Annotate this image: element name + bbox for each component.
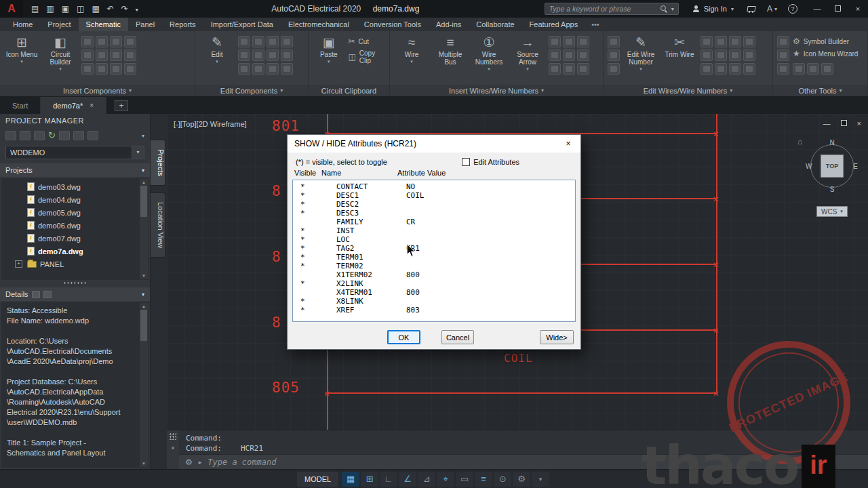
small-tool-icon[interactable] xyxy=(743,36,755,47)
attribute-row[interactable]: * INST xyxy=(293,226,575,235)
dialog-close-button[interactable]: × xyxy=(556,135,580,152)
wire-button[interactable]: ≈ Wire ▾ xyxy=(394,34,429,65)
project-list-icon[interactable] xyxy=(73,131,84,140)
group-label-edit-wires[interactable]: Edit Wires/Wire Numbers ▾ xyxy=(604,85,772,96)
small-tool-icon[interactable] xyxy=(124,49,136,61)
copy-clip-button[interactable]: ◫ Copy Clip xyxy=(348,49,385,64)
small-tool-icon[interactable] xyxy=(281,36,293,47)
small-tool-icon[interactable] xyxy=(729,36,741,47)
scrollbar-thumb[interactable] xyxy=(140,186,147,217)
ribbon-tab[interactable]: Collaborate xyxy=(469,18,521,31)
command-input[interactable]: ⚙ ▸ Type a command xyxy=(179,454,868,469)
app-store-cart-icon[interactable] xyxy=(747,5,755,13)
group-label-insert-components[interactable]: Insert Components ▾ xyxy=(0,85,195,96)
small-tool-icon[interactable] xyxy=(807,63,819,75)
symbol-builder-button[interactable]: ⚙ Symbol Builder xyxy=(793,37,858,46)
combo-caret-icon[interactable]: ▾ xyxy=(132,146,144,159)
redo-icon[interactable] xyxy=(121,5,128,13)
attribute-row[interactable]: * TERM01 xyxy=(293,253,575,262)
minimize-button[interactable]: — xyxy=(807,0,827,18)
attribute-row[interactable]: * LOC xyxy=(293,235,575,244)
small-tool-icon[interactable] xyxy=(563,49,575,61)
small-tool-icon[interactable] xyxy=(252,49,264,61)
multiple-bus-button[interactable]: ≡ Multiple Bus xyxy=(433,34,468,66)
cut-button[interactable]: ✂ Cut xyxy=(348,37,385,46)
qat-dropdown-icon[interactable] xyxy=(136,5,138,13)
tree-item[interactable]: demo05.dwg xyxy=(5,206,138,219)
small-tool-icon[interactable] xyxy=(793,63,805,75)
small-tool-icon[interactable] xyxy=(608,36,620,47)
tree-item[interactable]: demo7a.dwg xyxy=(5,245,138,258)
save-as-icon[interactable] xyxy=(77,5,84,13)
tree-scrollbar[interactable] xyxy=(140,179,148,279)
drawing-minimize-button[interactable]: — xyxy=(823,119,831,127)
search-icon[interactable] xyxy=(660,5,668,13)
small-tool-icon[interactable] xyxy=(110,49,122,61)
new-drawing-button[interactable]: + xyxy=(115,100,128,111)
attribute-row[interactable]: * TERM02 xyxy=(293,262,575,270)
wire-numbers-button[interactable]: ① Wire Numbers ▾ xyxy=(471,34,507,73)
small-tool-icon[interactable] xyxy=(777,49,789,61)
plot-icon[interactable] xyxy=(92,5,99,13)
ribbon-tab[interactable]: Project xyxy=(40,18,78,31)
group-label-insert-wires[interactable]: Insert Wires/Wire Numbers ▾ xyxy=(390,85,603,96)
project-copy-icon[interactable] xyxy=(34,131,45,140)
viewcube-east[interactable]: E xyxy=(853,163,858,170)
small-tool-icon[interactable] xyxy=(549,49,561,61)
small-tool-icon[interactable] xyxy=(821,63,833,75)
small-tool-icon[interactable] xyxy=(743,63,755,75)
viewcube-south[interactable]: S xyxy=(830,186,835,193)
attribute-row[interactable]: * CONTACT NO xyxy=(293,182,575,191)
toolbar-caret-icon[interactable]: ▾ xyxy=(142,133,144,139)
transparency-toggle-icon[interactable] xyxy=(494,472,511,487)
small-tool-icon[interactable] xyxy=(96,49,108,61)
group-label-circuit-clipboard[interactable]: Circuit Clipboard xyxy=(309,85,389,96)
viewcube[interactable]: ⌂ N S W E TOP xyxy=(807,141,857,191)
undo-icon[interactable] xyxy=(107,5,114,13)
small-tool-icon[interactable] xyxy=(124,63,136,75)
small-tool-icon[interactable] xyxy=(549,36,561,47)
help-icon[interactable]: ? xyxy=(788,4,797,14)
small-tool-icon[interactable] xyxy=(238,49,250,61)
group-label-other-tools[interactable]: Other Tools ▾ xyxy=(773,85,867,96)
tree-item[interactable]: demo07.dwg xyxy=(5,232,138,245)
refresh-icon[interactable] xyxy=(48,131,56,140)
small-tool-icon[interactable] xyxy=(715,36,727,47)
ribbon-tab[interactable]: Home xyxy=(5,18,40,31)
small-tool-icon[interactable] xyxy=(608,63,620,75)
small-tool-icon[interactable] xyxy=(577,63,589,75)
tree-item[interactable]: demo03.dwg xyxy=(5,180,138,193)
attribute-row[interactable]: X1TERM02 800 xyxy=(293,270,575,279)
osnap-toggle-icon[interactable] xyxy=(437,472,454,487)
small-tool-icon[interactable] xyxy=(715,63,727,75)
small-tool-icon[interactable] xyxy=(267,36,279,47)
small-tool-icon[interactable] xyxy=(777,63,789,75)
small-tool-icon[interactable] xyxy=(110,36,122,47)
viewcube-north[interactable]: N xyxy=(829,139,834,146)
sign-in-button[interactable]: Sign In ▾ xyxy=(686,5,741,13)
small-tool-icon[interactable] xyxy=(701,36,713,47)
viewport-controls[interactable]: [-][Top][2D Wireframe] xyxy=(174,120,247,128)
tab-close-icon[interactable]: × xyxy=(90,102,94,109)
small-tool-icon[interactable] xyxy=(563,63,575,75)
attribute-row[interactable]: * XREF 803 xyxy=(293,306,575,314)
small-tool-icon[interactable] xyxy=(110,63,122,75)
ribbon-tab[interactable]: Electromechanical xyxy=(281,18,357,31)
small-tool-icon[interactable] xyxy=(549,63,561,75)
small-tool-icon[interactable] xyxy=(252,63,264,75)
small-tool-icon[interactable] xyxy=(124,36,136,47)
attribute-row[interactable]: * X8LINK xyxy=(293,297,575,306)
tree-item[interactable]: demo06.dwg xyxy=(5,219,138,232)
small-tool-icon[interactable] xyxy=(267,49,279,61)
grid-toggle-icon[interactable] xyxy=(342,472,359,487)
splitter-grip[interactable] xyxy=(0,280,150,285)
attributes-list[interactable]: * CONTACT NO * DESC1 COIL * DESC2 * DESC… xyxy=(292,180,576,322)
source-arrow-button[interactable]: → Source Arrow ▾ xyxy=(510,34,545,73)
small-tool-icon[interactable] xyxy=(252,36,264,47)
ribbon-overflow-button[interactable]: ••• xyxy=(585,18,606,31)
projects-section-header[interactable]: Projects ▾ xyxy=(0,163,150,177)
tab-start[interactable]: Start xyxy=(0,97,41,114)
small-tool-icon[interactable] xyxy=(715,49,727,61)
ribbon-tab[interactable]: Schematic xyxy=(79,18,128,31)
ok-button[interactable]: OK xyxy=(387,330,420,344)
